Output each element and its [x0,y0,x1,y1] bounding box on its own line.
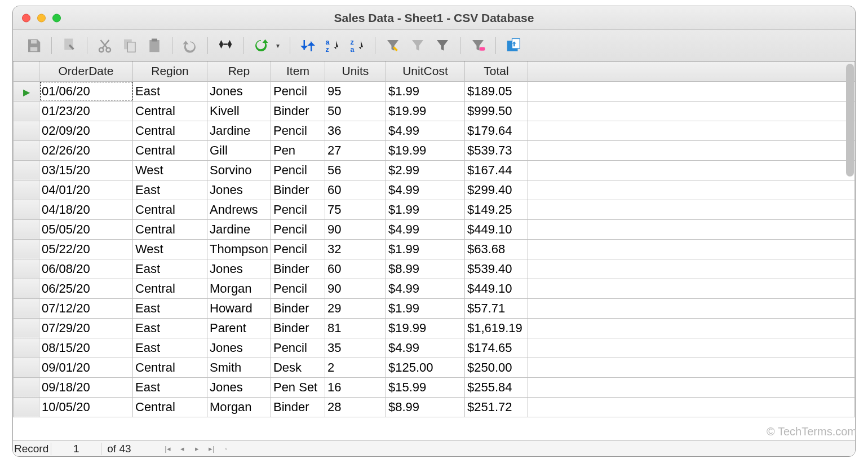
cell[interactable]: $1,619.19 [464,318,528,338]
cell[interactable]: Binder [271,397,325,417]
cell[interactable]: $167.44 [464,160,528,180]
table-row[interactable]: 01/23/20CentralKivellBinder50$19.99$999.… [14,101,855,121]
cell[interactable]: Central [133,200,207,219]
cell[interactable]: $1.99 [386,200,464,219]
sort-desc-button[interactable]: za [347,35,368,56]
cell[interactable]: 01/06/20 [39,81,133,101]
cell[interactable]: $189.05 [464,81,528,101]
cell[interactable]: 05/22/20 [39,239,133,259]
cell[interactable]: 60 [325,259,386,279]
cell[interactable]: 50 [325,101,386,121]
cell[interactable]: $15.99 [386,377,464,397]
cell[interactable]: Parent [207,318,271,338]
zoom-icon[interactable] [52,14,61,22]
save-button[interactable] [23,35,45,56]
cell[interactable]: 02/26/20 [39,140,133,160]
cell[interactable]: Pen Set [271,377,325,397]
nav-prev-button[interactable]: ◂ [176,444,189,453]
table-row[interactable]: 02/26/20CentralGillPen27$19.99$539.73 [14,140,855,160]
cell[interactable]: $57.71 [464,298,528,318]
cell[interactable]: 10/05/20 [39,397,133,417]
table-row[interactable]: 05/22/20WestThompsonPencil32$1.99$63.68 [14,239,855,259]
cell[interactable]: 06/25/20 [39,279,133,298]
cell[interactable]: $179.64 [464,121,528,140]
cell[interactable]: Jones [207,81,271,101]
table-row[interactable]: 06/08/20EastJonesBinder60$8.99$539.40 [14,259,855,279]
table-row[interactable]: 05/05/20CentralJardinePencil90$4.99$449.… [14,219,855,239]
cell[interactable]: $63.68 [464,239,528,259]
nav-next-button[interactable]: ▸ [191,444,203,453]
edit-button[interactable] [59,35,80,56]
cell[interactable]: 16 [325,377,386,397]
cell[interactable]: East [133,180,207,200]
cell[interactable]: 75 [325,200,386,219]
cell[interactable]: $4.99 [386,279,464,298]
cell-blank[interactable] [528,377,854,397]
cell[interactable]: Central [133,101,207,121]
column-header-orderdate[interactable]: OrderDate [39,61,133,81]
data-grid[interactable]: OrderDateRegionRepItemUnitsUnitCostTotal… [13,61,855,417]
vertical-scrollbar[interactable] [846,64,854,177]
cell[interactable]: 35 [325,338,386,358]
refresh-dropdown-icon[interactable]: ▾ [276,42,280,50]
cell[interactable]: $8.99 [386,259,464,279]
cell[interactable]: 02/09/20 [39,121,133,140]
cell[interactable]: 90 [325,279,386,298]
cell[interactable]: Smith [207,358,271,377]
cell[interactable]: Gill [207,140,271,160]
cell-blank[interactable] [528,397,854,417]
row-header[interactable] [14,121,39,140]
cell[interactable]: East [133,81,207,101]
cell[interactable]: $251.72 [464,397,528,417]
cell[interactable]: Morgan [207,397,271,417]
cell[interactable]: 09/18/20 [39,377,133,397]
cell[interactable]: Pencil [271,338,325,358]
record-number[interactable]: 1 [51,443,101,455]
cell[interactable]: Central [133,358,207,377]
cell[interactable]: 04/18/20 [39,200,133,219]
cell[interactable]: Pencil [271,239,325,259]
cut-button[interactable] [94,35,116,56]
row-header[interactable] [14,377,39,397]
cell-blank[interactable] [528,160,854,180]
cell[interactable]: East [133,377,207,397]
cell[interactable]: Pencil [271,200,325,219]
row-header[interactable] [14,160,39,180]
undo-button[interactable] [179,35,201,56]
paste-button[interactable] [144,35,165,56]
cell-blank[interactable] [528,298,854,318]
row-header[interactable] [14,338,39,358]
cell-blank[interactable] [528,239,854,259]
row-header[interactable]: ▶ [14,81,39,101]
cell[interactable]: 90 [325,219,386,239]
cell[interactable]: $999.50 [464,101,528,121]
cell[interactable]: Sorvino [207,160,271,180]
cell[interactable]: 09/01/20 [39,358,133,377]
close-icon[interactable] [22,14,30,22]
cell[interactable]: East [133,318,207,338]
cell[interactable]: Central [133,121,207,140]
row-header[interactable] [14,397,39,417]
cell[interactable]: $299.40 [464,180,528,200]
cell[interactable]: 01/23/20 [39,101,133,121]
cell[interactable]: $149.25 [464,200,528,219]
nav-last-button[interactable]: ▸| [206,444,218,453]
cell[interactable]: $4.99 [386,180,464,200]
column-header-total[interactable]: Total [464,61,528,81]
column-header-region[interactable]: Region [133,61,207,81]
cell[interactable]: $255.84 [464,377,528,397]
row-header[interactable] [14,239,39,259]
cell[interactable]: Jones [207,180,271,200]
cell-blank[interactable] [528,101,854,121]
copy-button[interactable] [119,35,140,56]
cell[interactable]: Jardine [207,219,271,239]
minimize-icon[interactable] [37,14,46,22]
cell[interactable]: 05/05/20 [39,219,133,239]
column-header-item[interactable]: Item [271,61,325,81]
cell[interactable]: $449.10 [464,279,528,298]
column-header-unitcost[interactable]: UnitCost [386,61,464,81]
table-row[interactable]: 06/25/20CentralMorganPencil90$4.99$449.1… [14,279,855,298]
cell[interactable]: Binder [271,298,325,318]
cell[interactable]: Central [133,140,207,160]
cell[interactable]: Binder [271,318,325,338]
